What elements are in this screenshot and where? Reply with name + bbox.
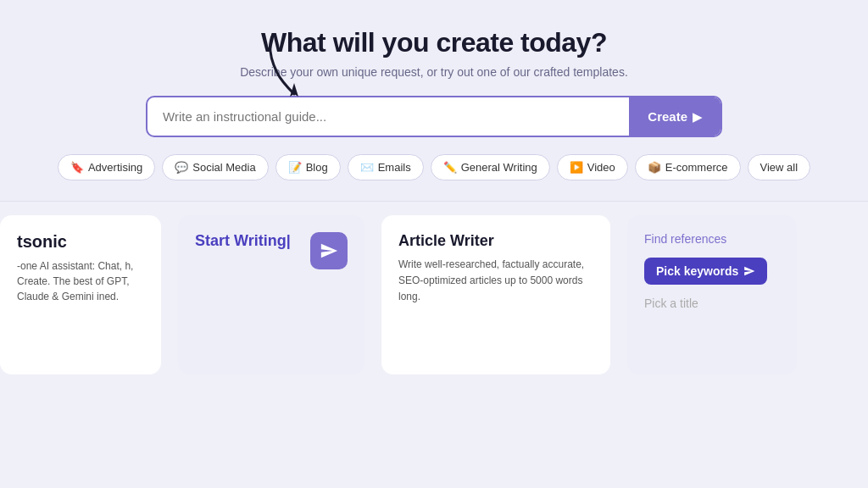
- article-writer-description: Write well-researched, factually accurat…: [398, 257, 593, 306]
- category-video[interactable]: ▶️ Video: [557, 154, 628, 180]
- create-button[interactable]: Create ▶: [629, 97, 721, 136]
- category-social-media[interactable]: 💬 Social Media: [162, 154, 268, 180]
- search-input[interactable]: [147, 97, 629, 136]
- article-writer-card: Article Writer Write well-researched, fa…: [381, 215, 610, 374]
- general-writing-icon: ✏️: [443, 161, 457, 174]
- category-emails[interactable]: ✉️ Emails: [348, 154, 424, 180]
- category-blog[interactable]: 📝 Blog: [275, 154, 341, 180]
- video-icon: ▶️: [570, 161, 583, 174]
- chatsonic-card: tsonic -one AI assistant: Chat, h, Creat…: [0, 215, 161, 374]
- social-media-icon: 💬: [175, 161, 188, 174]
- ecommerce-icon: 📦: [648, 161, 661, 174]
- search-bar: Create ▶: [146, 96, 722, 137]
- pick-title-label: Pick a title: [644, 297, 698, 310]
- step-pick-keywords[interactable]: Pick keywords: [644, 258, 780, 285]
- category-general-writing[interactable]: ✏️ General Writing: [431, 154, 550, 180]
- view-all-button[interactable]: View all: [748, 154, 811, 180]
- hero-section: What will you create today? Describe you…: [0, 0, 868, 388]
- category-advertising[interactable]: 🔖 Advertising: [58, 154, 155, 180]
- chatsonic-description: -one AI assistant: Chat, h, Create. The …: [17, 258, 144, 304]
- step-pick-title[interactable]: Pick a title: [644, 297, 780, 310]
- start-writing-card[interactable]: Start Writing|: [178, 215, 364, 374]
- chatsonic-title: tsonic: [17, 232, 144, 252]
- steps-card: Find references Pick keywords Pick a tit…: [627, 215, 797, 374]
- hero-subtitle: Describe your own unique request, or try…: [17, 65, 851, 79]
- blog-icon: 📝: [288, 161, 302, 174]
- category-ecommerce[interactable]: 📦 E-commerce: [635, 154, 741, 180]
- start-writing-icon: [310, 232, 348, 269]
- svg-marker-0: [290, 83, 298, 97]
- pick-keywords-active[interactable]: Pick keywords: [644, 258, 767, 285]
- page-title: What will you create today?: [17, 27, 851, 58]
- article-writer-title: Article Writer: [398, 232, 593, 250]
- advertising-icon: 🔖: [70, 161, 84, 174]
- step-find-references[interactable]: Find references: [644, 232, 780, 246]
- find-references-label: Find references: [644, 232, 726, 246]
- start-writing-label: Start Writing|: [195, 232, 291, 250]
- bottom-section: tsonic -one AI assistant: Chat, h, Creat…: [0, 202, 868, 388]
- categories-row: 🔖 Advertising 💬 Social Media 📝 Blog ✉️ E…: [17, 154, 851, 180]
- emails-icon: ✉️: [360, 161, 374, 174]
- send-icon: ▶: [693, 110, 702, 124]
